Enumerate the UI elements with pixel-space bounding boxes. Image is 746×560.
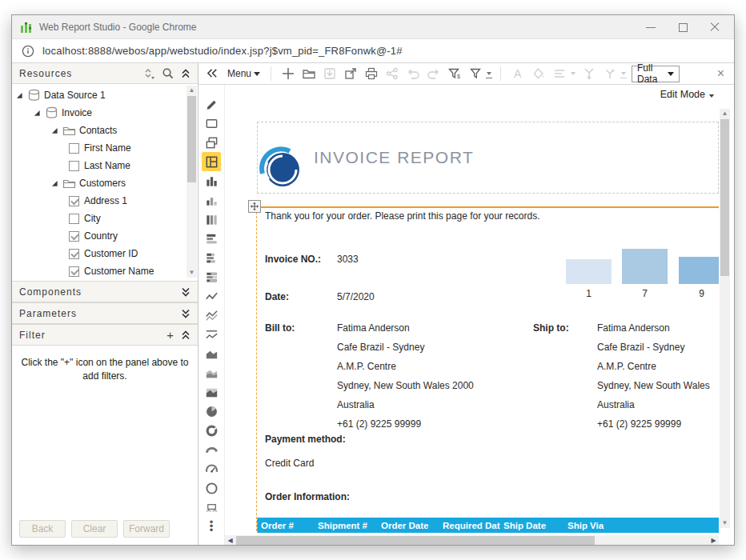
invoice-no-label[interactable]: Invoice NO.: — [265, 254, 321, 265]
column-header[interactable]: Required Date — [439, 521, 500, 530]
scroll-up-icon[interactable]: ▲ — [720, 109, 730, 118]
tree-item-customer-id[interactable]: Customer ID — [12, 245, 198, 262]
scrollbar-thumb[interactable] — [187, 96, 196, 182]
gauge-chart-icon[interactable] — [202, 459, 221, 478]
expand-arrow-icon[interactable] — [51, 127, 62, 134]
tree-item-last-name[interactable]: Last Name — [12, 157, 198, 174]
circle-chart-icon[interactable] — [202, 478, 221, 498]
title-bar[interactable]: Web Report Studio - Google Chrome — [12, 15, 734, 39]
column-header[interactable]: Ship Date — [500, 521, 564, 530]
checkbox-unchecked[interactable] — [69, 214, 79, 224]
canvas-vertical-scrollbar[interactable]: ▲ ▼ — [720, 109, 730, 528]
export-icon[interactable] — [343, 66, 358, 82]
report-canvas[interactable]: Edit Mode — [225, 85, 734, 545]
close-button[interactable] — [710, 22, 720, 32]
stacked-column-icon[interactable] — [202, 210, 221, 229]
invoice-no-value[interactable]: 3033 — [337, 254, 359, 265]
components-header[interactable]: Components — [12, 281, 198, 302]
maximize-button[interactable] — [678, 22, 688, 32]
forward-button[interactable]: Forward — [123, 520, 170, 538]
expand-arrow-icon[interactable] — [16, 92, 27, 99]
bar-chart-2-icon[interactable] — [202, 248, 221, 267]
column-chart-icon[interactable] — [202, 171, 221, 190]
canvas-horizontal-scrollbar[interactable]: ◀ ▶ — [225, 535, 719, 545]
line-dash-chart-icon[interactable] — [202, 325, 221, 344]
clear-button[interactable]: Clear — [71, 520, 118, 538]
checkbox-checked[interactable] — [69, 249, 79, 259]
move-handle-icon[interactable] — [248, 200, 261, 213]
parameters-header[interactable]: Parameters — [12, 302, 198, 324]
scroll-left-icon[interactable]: ◀ — [225, 535, 235, 545]
scroll-up-icon[interactable]: ▲ — [186, 86, 197, 95]
view-mode-select[interactable]: Full Data — [632, 66, 680, 82]
banded-object-icon[interactable] — [202, 114, 221, 133]
line-chart-icon[interactable] — [202, 286, 221, 306]
control-chart-icon[interactable] — [202, 498, 221, 517]
back-button[interactable]: Back — [19, 520, 66, 538]
date-value[interactable]: 5/7/2020 — [337, 291, 375, 302]
scroll-down-icon[interactable]: ▼ — [720, 518, 730, 528]
scroll-down-icon[interactable]: ▼ — [186, 268, 197, 278]
menu-button[interactable]: Menu — [227, 68, 260, 79]
tree-item-address-1[interactable]: Address 1 — [12, 192, 198, 210]
close-report-icon[interactable]: × — [717, 67, 724, 80]
info-icon[interactable] — [22, 45, 34, 58]
column-chart-2-icon[interactable] — [202, 190, 221, 210]
chart-bar[interactable] — [566, 259, 612, 284]
column-header[interactable]: Order Date — [378, 521, 439, 530]
bar-chart-icon[interactable] — [202, 229, 221, 248]
print-icon[interactable] — [363, 66, 379, 82]
collapse-sidebar-icon[interactable] — [205, 66, 220, 82]
edit-pencil-icon[interactable] — [202, 94, 221, 114]
crosstab-component-icon[interactable] — [202, 152, 221, 171]
tree-item-city[interactable]: City — [12, 210, 198, 227]
filter-dropdown-caret[interactable] — [487, 72, 491, 75]
chart-bar[interactable] — [679, 257, 719, 284]
resources-header[interactable]: Resources — [12, 63, 198, 84]
donut-chart-icon[interactable] — [202, 421, 221, 440]
checkbox-checked[interactable] — [69, 231, 79, 242]
expand-arrow-icon[interactable] — [34, 110, 45, 117]
column-header[interactable]: Order # — [258, 521, 315, 530]
bill-to-label[interactable]: Bill to: — [265, 322, 295, 334]
arc-chart-icon[interactable] — [202, 440, 221, 459]
new-report-icon[interactable] — [280, 66, 295, 82]
column-header[interactable]: Ship Via — [564, 521, 713, 530]
payment-method-value[interactable]: Credit Card — [265, 458, 314, 469]
address-bar[interactable]: localhost:8888/webos/app/webstudio/index… — [12, 39, 734, 63]
multi-line-chart-icon[interactable] — [202, 306, 221, 325]
filter-icon[interactable] — [467, 66, 483, 82]
tree-item-data-source[interactable]: Data Source 1 — [12, 86, 198, 104]
bill-to-address[interactable]: Fatima Anderson Cafe Brazil - Sydney A.M… — [337, 318, 474, 434]
pie-chart-icon[interactable] — [202, 402, 221, 421]
more-components-icon[interactable]: ••• — [210, 520, 214, 532]
scrollbar-thumb[interactable] — [236, 536, 595, 545]
tree-item-invoice[interactable]: Invoice — [12, 104, 198, 122]
filter-data-icon[interactable]: $ — [447, 66, 462, 82]
order-table-header[interactable]: Order # Shipment # Order Date Required D… — [257, 518, 719, 533]
tree-item-contacts[interactable]: Contacts — [12, 122, 198, 139]
add-filter-button[interactable]: + — [166, 329, 174, 341]
expand-arrow-icon[interactable] — [51, 180, 62, 187]
sort-order-icon[interactable] — [143, 67, 154, 80]
checkbox-checked[interactable] — [69, 196, 79, 206]
payment-method-label[interactable]: Payment method: — [265, 434, 346, 445]
tree-scrollbar[interactable]: ▲ ▼ — [186, 86, 197, 278]
table-component-icon[interactable] — [202, 133, 221, 152]
column-header[interactable]: Shipment # — [315, 521, 378, 530]
tree-item-customer-name[interactable]: Customer Name — [12, 262, 198, 280]
checkbox-unchecked[interactable] — [69, 161, 79, 171]
open-folder-icon[interactable] — [301, 66, 316, 82]
collapse-panel-icon[interactable] — [181, 330, 191, 341]
checkbox-unchecked[interactable] — [69, 143, 79, 154]
collapse-panel-icon[interactable] — [181, 68, 191, 79]
expand-panel-icon[interactable] — [181, 308, 191, 319]
tree-item-customers[interactable]: Customers — [12, 174, 198, 192]
minimize-button[interactable] — [646, 22, 656, 32]
url-text[interactable]: localhost:8888/webos/app/webstudio/index… — [42, 45, 403, 57]
tree-item-first-name[interactable]: First Name — [12, 139, 198, 157]
ship-to-label[interactable]: Ship to: — [533, 322, 569, 334]
stacked-bar-icon[interactable] — [202, 267, 221, 286]
chart-bar[interactable] — [622, 249, 668, 284]
ship-to-address[interactable]: Fatima Anderson Cafe Brazil - Sydney A.M… — [597, 318, 719, 434]
